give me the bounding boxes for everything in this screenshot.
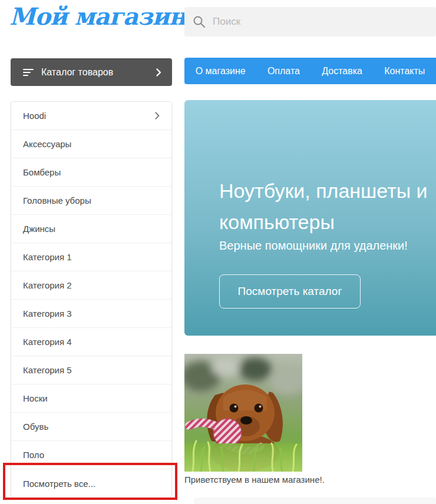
category-item[interactable]: Категория 1 [11, 243, 171, 271]
category-item[interactable]: Категория 3 [11, 300, 171, 328]
shop-logo[interactable]: Мой магазин [9, 2, 186, 30]
category-item[interactable]: Категория 4 [11, 328, 171, 356]
hero-banner: Ноутбуки, планшеты и компьютеры Верные п… [184, 100, 436, 336]
hero-subtitle: Верные помощники для удаленки! [219, 239, 408, 253]
category-label: Категория 4 [23, 337, 72, 347]
search-bar [184, 7, 436, 37]
category-label: Категория 1 [23, 252, 72, 262]
hero-title: Ноутбуки, планшеты и компьютеры [219, 175, 436, 237]
nav-item-about[interactable]: О магазине [196, 66, 246, 77]
category-label: Аксессуары [23, 139, 71, 149]
category-label: Бомберы [23, 167, 61, 177]
category-label: Категория 3 [23, 309, 72, 319]
chevron-right-icon [156, 68, 161, 77]
puppy-with-rope-toy-photo [184, 354, 302, 472]
category-item[interactable]: Категория 5 [11, 356, 171, 384]
category-label: Посмотреть все... [23, 479, 95, 489]
catalog-toggle-button[interactable]: Каталог товаров [11, 58, 172, 86]
catalog-toggle-label: Каталог товаров [41, 67, 113, 78]
category-label: Поло [23, 450, 44, 460]
view-catalog-button[interactable]: Посмотреть каталог [219, 274, 361, 309]
nav-item-delivery[interactable]: Доставка [322, 66, 362, 77]
category-item[interactable]: Бомберы [11, 158, 171, 187]
top-navigation: О магазине Оплата Доставка Контакты [184, 58, 436, 84]
chevron-right-icon [155, 112, 160, 120]
category-item-hoodi[interactable]: Hoodi [11, 102, 171, 130]
search-input[interactable] [213, 16, 428, 28]
category-item[interactable]: Головные уборы [11, 187, 171, 215]
category-label: Категория 5 [23, 365, 72, 375]
category-list: Hoodi Аксессуары Бомберы Головные уборы … [11, 101, 172, 498]
category-item[interactable]: Категория 2 [11, 271, 171, 300]
search-icon[interactable] [193, 15, 206, 28]
category-item[interactable]: Аксессуары [11, 130, 171, 158]
nav-item-payment[interactable]: Оплата [267, 66, 300, 77]
category-label: Головные уборы [23, 195, 91, 205]
category-item[interactable]: Обувь [11, 413, 171, 441]
category-item[interactable]: Носки [11, 384, 171, 413]
category-item[interactable]: Поло [11, 441, 171, 469]
welcome-caption: Приветствуем в нашем магазине!. [184, 475, 325, 485]
nav-item-contacts[interactable]: Контакты [384, 66, 425, 77]
category-label: Джинсы [23, 224, 55, 234]
category-label: Обувь [23, 422, 48, 432]
hamburger-icon [23, 67, 34, 78]
category-item[interactable]: Джинсы [11, 215, 171, 243]
next-section-peek [194, 498, 436, 504]
category-label: Hoodi [23, 111, 46, 121]
category-label: Категория 2 [23, 280, 72, 290]
category-item-show-all[interactable]: Посмотреть все... [11, 469, 171, 498]
category-label: Носки [23, 393, 48, 403]
